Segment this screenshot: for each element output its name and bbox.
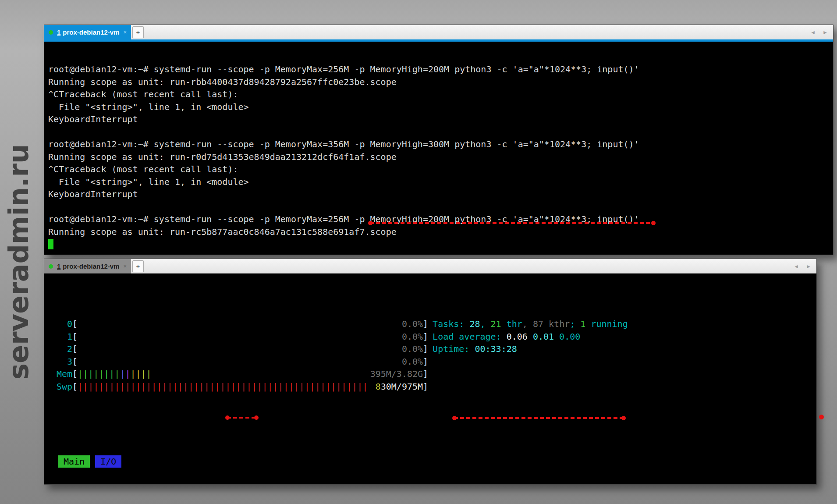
text-segment: ||||||||||||||||||||||||||||||||||||||||…: [78, 381, 368, 392]
connected-dot-icon: [49, 264, 53, 269]
text-segment: |: [120, 369, 125, 379]
text-segment: thr: [501, 319, 522, 329]
new-tab-button[interactable]: +: [132, 260, 144, 272]
text-segment: 21: [491, 319, 501, 329]
terminal-line: root@debian12-vm:~# systemd-run --scope …: [48, 63, 833, 76]
text-segment: ;: [570, 319, 580, 329]
meter-label: 3: [46, 355, 72, 368]
text-segment: 0.0%: [402, 356, 423, 367]
htop-meters: 0[0.0%]Tasks: 28, 21 thr, 87 kthr; 1 run…: [46, 318, 816, 393]
meter-label: Swp: [46, 380, 72, 393]
meter-bar-area: 0.0%: [78, 343, 423, 355]
top-tab-bar: 1prox-debian12-vm × + ◄ ►: [44, 25, 833, 39]
terminal-window-bottom: 1prox-debian12-vm × + ◄ ► 0[0.0%]Tasks: …: [44, 259, 817, 485]
text-segment: |: [125, 369, 130, 379]
header-info-text: Tasks: 28, 21 thr, 87 kthr; 1 running: [433, 318, 628, 330]
scroll-left-icon[interactable]: ◄: [810, 29, 816, 35]
text-segment: 1: [580, 319, 585, 329]
scroll-right-icon[interactable]: ►: [823, 29, 828, 35]
tab-prox-debian12-vm-top[interactable]: 1prox-debian12-vm ×: [44, 25, 131, 39]
tab-title: 1prox-debian12-vm: [57, 263, 120, 270]
text-segment: 395M/3.82G: [370, 369, 423, 379]
text-segment: 8: [376, 381, 381, 392]
terminal-line: Running scope as unit: run-rc5b877aac0c8…: [48, 226, 833, 238]
meter-bar-area: 0.0%: [78, 355, 423, 368]
terminal-line: Running scope as unit: run-rbb4400437d89…: [48, 76, 833, 89]
text-segment: Tasks:: [433, 319, 469, 329]
terminal-line: Running scope as unit: run-r0d75d41353e8…: [48, 151, 833, 163]
desktop: serveradmin.ru 1prox-debian12-vm × + ◄ ►…: [0, 0, 837, 504]
terminal-line: File "<string>", line 1, in <module>: [48, 101, 833, 114]
terminal-window-top: 1prox-debian12-vm × + ◄ ► root@debian12-…: [44, 25, 833, 255]
close-icon[interactable]: ×: [123, 263, 127, 270]
blank-line: [46, 418, 816, 430]
htop-view-tabs: MainI/O: [46, 455, 816, 468]
text-segment: ,: [522, 319, 533, 329]
meter-bar-area: ||||||||||||||395M/3.82G: [78, 368, 423, 380]
text-segment: 0.06: [507, 331, 533, 342]
tab-scroll-arrows: ◄ ►: [794, 259, 811, 273]
text-segment: 0.01: [533, 331, 559, 342]
text-segment: ||||: [130, 369, 151, 379]
text-segment: Load average:: [433, 331, 507, 342]
meter-label: Mem: [46, 368, 72, 380]
meter-label: 2: [46, 343, 72, 355]
tab-title: 1prox-debian12-vm: [57, 28, 120, 36]
watermark: serveradmin.ru: [3, 144, 35, 380]
meter-bar-area: 0.0%: [78, 318, 423, 330]
text-segment: 0.0%: [402, 344, 423, 354]
text-segment: ,: [480, 319, 490, 329]
annotation-dot: [819, 415, 824, 419]
text-segment: 30M/975M: [381, 381, 423, 392]
annotation-dashed-underline-process: [454, 417, 624, 419]
text-segment: Uptime:: [433, 344, 475, 354]
htop-screen: 0[0.0%]Tasks: 28, 21 thr, 87 kthr; 1 run…: [44, 273, 816, 482]
htop-view-tab-io[interactable]: I/O: [95, 455, 121, 468]
tab-prox-debian12-vm-bottom[interactable]: 1prox-debian12-vm ×: [44, 259, 131, 273]
text-segment: running: [585, 319, 628, 329]
close-icon[interactable]: ×: [123, 29, 127, 35]
terminal-line: [48, 201, 833, 213]
terminal-line: ^CTraceback (most recent call last):: [48, 88, 833, 101]
text-segment: 00:33:28: [475, 344, 517, 354]
terminal-line: [48, 238, 833, 251]
terminal-line: root@debian12-vm:~# systemd-run --scope …: [48, 138, 833, 151]
text-segment: 0.0%: [402, 331, 423, 342]
header-info-text: Load average: 0.06 0.01 0.00: [433, 330, 580, 343]
tab-scroll-arrows: ◄ ►: [810, 25, 828, 39]
annotation-dashed-underline-res: [227, 417, 257, 419]
meter-row-3: 3[0.0%]: [46, 355, 816, 368]
terminal-cursor: [48, 239, 53, 249]
meter-bar-area: 0.0%: [78, 330, 423, 343]
annotation-dashed-underline-command: [370, 222, 654, 224]
meter-bar-area: ||||||||||||||||||||||||||||||||||||||||…: [78, 380, 423, 393]
terminal-line: KeyboardInterrupt: [48, 188, 833, 201]
text-segment: 0.0%: [402, 319, 423, 329]
header-info-text: Uptime: 00:33:28: [433, 343, 517, 355]
new-tab-button[interactable]: +: [132, 26, 144, 38]
text-segment: 0.00: [559, 331, 580, 342]
terminal-line: File "<string>", line 1, in <module>: [48, 176, 833, 188]
terminal-line: ^CTraceback (most recent call last):: [48, 163, 833, 176]
text-segment: 28: [469, 319, 480, 329]
meter-row-0: 0[0.0%]Tasks: 28, 21 thr, 87 kthr; 1 run…: [46, 318, 816, 330]
connected-dot-icon: [49, 30, 53, 35]
terminal-line: KeyboardInterrupt: [48, 113, 833, 126]
text-segment: 87 kthr: [533, 319, 570, 329]
text-segment: ||||||||: [78, 369, 120, 379]
htop-view-tab-main[interactable]: Main: [58, 455, 90, 468]
meter-row-2: 2[0.0%]Uptime: 00:33:28: [46, 343, 816, 355]
meter-row-1: 1[0.0%]Load average: 0.06 0.01 0.00: [46, 330, 816, 343]
scroll-left-icon[interactable]: ◄: [794, 263, 799, 270]
meter-row-swp: Swp[||||||||||||||||||||||||||||||||||||…: [46, 380, 816, 393]
meter-label: 1: [46, 330, 72, 343]
scroll-right-icon[interactable]: ►: [806, 263, 811, 270]
bottom-tab-bar: 1prox-debian12-vm × + ◄ ►: [44, 259, 816, 273]
meter-label: 0: [46, 318, 72, 330]
terminal-line: [48, 126, 833, 138]
meter-row-mem: Mem[||||||||||||||395M/3.82G]: [46, 368, 816, 380]
